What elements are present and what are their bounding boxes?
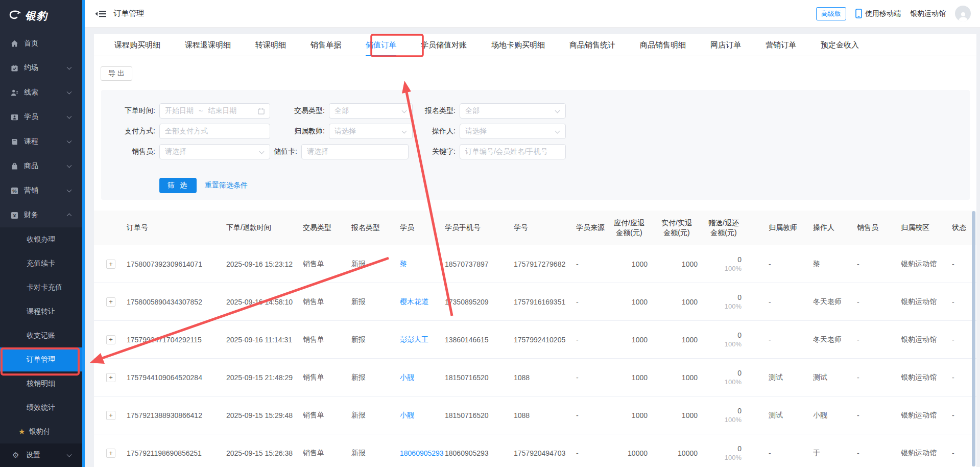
cell-teacher: - bbox=[747, 336, 813, 344]
start-date-placeholder: 开始日期 bbox=[165, 106, 194, 115]
sidebar-subitem-收支记账[interactable]: 收支记账 bbox=[0, 323, 82, 347]
chevron-down-icon bbox=[402, 129, 407, 134]
salesman-select[interactable]: 请选择 bbox=[159, 144, 270, 159]
teacher-select[interactable]: 请选择 bbox=[329, 124, 413, 139]
cell-salesman: - bbox=[857, 411, 901, 419]
sidebar-subitem-收银办理[interactable]: 收银办理 bbox=[0, 227, 82, 251]
cell-order_no: 1757921198690856251 bbox=[127, 449, 226, 457]
filter-submit-button[interactable]: 筛 选 bbox=[159, 178, 197, 193]
sidebar-subitem-核销明细[interactable]: 核销明细 bbox=[0, 371, 82, 395]
cell-enroll_type: 新报 bbox=[351, 260, 400, 269]
expand-row-button[interactable]: + bbox=[106, 260, 115, 269]
tab-营销订单[interactable]: 营销订单 bbox=[753, 34, 808, 56]
gift-amount: 0 bbox=[703, 445, 742, 453]
tab-bar: 课程购买明细课程退课明细转课明细销售单据储值订单学员储值对账场地卡购买明细商品销… bbox=[94, 34, 976, 56]
operator-label: 操作人: bbox=[413, 127, 456, 136]
sidebar-subitem-银豹付[interactable]: ★银豹付 bbox=[0, 419, 82, 443]
keyword-input[interactable]: 订单编号/会员姓名/手机号 bbox=[460, 144, 566, 159]
tab-网店订单[interactable]: 网店订单 bbox=[698, 34, 753, 56]
stored-card-input[interactable]: 请选择 bbox=[301, 144, 409, 159]
chevron-down-icon bbox=[67, 188, 72, 193]
cell-trade_type: 销售单 bbox=[303, 449, 351, 458]
tab-储值订单[interactable]: 储值订单 bbox=[353, 34, 409, 56]
sidebar-item-约场[interactable]: 约场 bbox=[0, 56, 82, 80]
tab-预定金收入[interactable]: 预定金收入 bbox=[808, 34, 871, 56]
store-name[interactable]: 银豹运动馆 bbox=[910, 9, 946, 18]
cell-campus: 银豹运动馆 bbox=[901, 260, 952, 269]
cell-expand: + bbox=[102, 335, 127, 344]
sidebar-subitem-卡对卡充值[interactable]: 卡对卡充值 bbox=[0, 275, 82, 299]
tab-商品销售统计[interactable]: 商品销售统计 bbox=[557, 34, 628, 56]
student-link[interactable]: 彭彭大王 bbox=[400, 335, 428, 343]
expand-row-button[interactable]: + bbox=[106, 335, 115, 344]
cell-time: 2025-09-15 15:26:38 bbox=[226, 449, 303, 457]
sidebar-subitem-课程转让[interactable]: 课程转让 bbox=[0, 299, 82, 323]
student-link[interactable]: 黎 bbox=[400, 260, 407, 268]
use-mobile-link[interactable]: 使用移动端 bbox=[855, 9, 901, 18]
avatar[interactable] bbox=[955, 6, 971, 21]
student-link[interactable]: 18060905293 bbox=[400, 449, 444, 457]
operator-placeholder: 请选择 bbox=[465, 127, 487, 136]
sidebar-item-线索[interactable]: 线索 bbox=[0, 80, 82, 105]
sidebar-item-label: 学员 bbox=[24, 112, 38, 122]
student-link[interactable]: 小靓 bbox=[400, 411, 414, 419]
column-header-time: 下单/退款时间 bbox=[226, 223, 303, 232]
teacher-label: 归属教师: bbox=[270, 127, 325, 136]
cell-gift: 0100% bbox=[703, 255, 747, 272]
expand-row-button[interactable]: + bbox=[106, 373, 115, 382]
expand-row-button[interactable]: + bbox=[106, 411, 115, 420]
sidebar-item-首页[interactable]: 首页 bbox=[0, 31, 82, 56]
cell-phone: 18150716520 bbox=[445, 411, 514, 419]
student-link[interactable]: 小靓 bbox=[400, 373, 414, 381]
cell-student_no: 1757916169351 bbox=[514, 298, 572, 306]
sidebar-item-财务[interactable]: ¥财务 bbox=[0, 203, 82, 227]
cell-operator: 冬天老师 bbox=[813, 297, 857, 307]
teacher-placeholder: 请选择 bbox=[334, 127, 356, 136]
trade-type-value: 全部 bbox=[334, 106, 349, 115]
sidebar-item-学员[interactable]: 学员 bbox=[0, 105, 82, 129]
chevron-down-icon bbox=[402, 108, 407, 113]
column-header-student: 学员 bbox=[400, 223, 445, 232]
tab-学员储值对账[interactable]: 学员储值对账 bbox=[409, 34, 479, 56]
sidebar-subitem-充值续卡[interactable]: 充值续卡 bbox=[0, 251, 82, 275]
operator-select[interactable]: 请选择 bbox=[460, 124, 566, 139]
trade-type-select[interactable]: 全部 bbox=[329, 103, 413, 119]
filter-reset-button[interactable]: 重置筛选条件 bbox=[205, 181, 248, 190]
sidebar-subitem-订单管理[interactable]: 订单管理 bbox=[0, 347, 82, 371]
tab-课程购买明细[interactable]: 课程购买明细 bbox=[102, 34, 173, 56]
sidebar-item-商品[interactable]: 商品 bbox=[0, 154, 82, 178]
expand-row-button[interactable]: + bbox=[106, 297, 115, 307]
version-badge[interactable]: 高级版 bbox=[816, 7, 846, 20]
sidebar: 银豹 首页约场线索学员课程商品%营销¥财务收银办理充值续卡卡对卡充值课程转让收支… bbox=[0, 0, 85, 467]
chevron-down-icon bbox=[67, 65, 72, 70]
order-time-range-input[interactable]: 开始日期 ~ 结束日期 bbox=[159, 103, 270, 119]
tab-销售单据[interactable]: 销售单据 bbox=[298, 34, 353, 56]
enroll-type-value: 全部 bbox=[465, 106, 480, 115]
cell-student: 小靓 bbox=[400, 373, 445, 382]
cell-salesman: - bbox=[857, 336, 901, 344]
sidebar-item-label: 营销 bbox=[24, 186, 38, 195]
gift-percent: 100% bbox=[703, 378, 742, 386]
sidebar-subitem-绩效统计[interactable]: 绩效统计 bbox=[0, 395, 82, 419]
goods-icon bbox=[10, 162, 18, 170]
cell-source: - bbox=[572, 449, 608, 457]
cell-teacher: 测试 bbox=[747, 373, 813, 382]
tab-场地卡购买明细[interactable]: 场地卡购买明细 bbox=[479, 34, 557, 56]
sidebar-item-营销[interactable]: %营销 bbox=[0, 178, 82, 203]
sidebar-item-settings[interactable]: ⚙ 设置 bbox=[0, 443, 82, 467]
pay-method-input[interactable]: 全部支付方式 bbox=[159, 124, 270, 139]
sidebar-item-课程[interactable]: 课程 bbox=[0, 129, 82, 154]
cell-student_no: 1088 bbox=[514, 411, 572, 419]
leads-icon bbox=[10, 88, 18, 97]
cell-operator: 冬天老师 bbox=[813, 335, 857, 344]
logo: 银豹 bbox=[0, 0, 82, 31]
tab-转课明细[interactable]: 转课明细 bbox=[243, 34, 298, 56]
vertical-scrollbar[interactable] bbox=[972, 211, 975, 466]
tab-商品销售明细[interactable]: 商品销售明细 bbox=[628, 34, 698, 56]
menu-fold-icon[interactable] bbox=[95, 9, 106, 18]
expand-row-button[interactable]: + bbox=[106, 449, 115, 458]
enroll-type-select[interactable]: 全部 bbox=[460, 103, 566, 119]
tab-课程退课明细[interactable]: 课程退课明细 bbox=[173, 34, 243, 56]
student-link[interactable]: 樱木花道 bbox=[400, 297, 428, 306]
export-button[interactable]: 导 出 bbox=[101, 66, 132, 81]
